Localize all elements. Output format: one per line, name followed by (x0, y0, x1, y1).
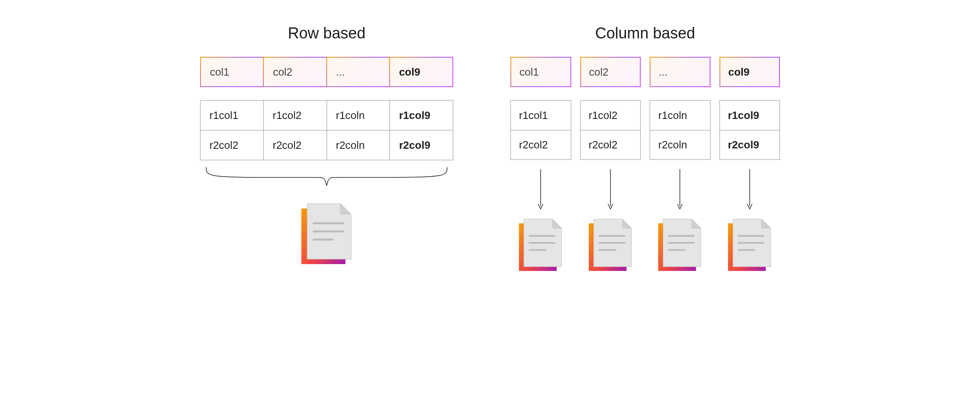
file-icon (725, 217, 774, 276)
row-header-cell: col9 (389, 57, 453, 87)
column-groups: col1 r1col1 r2col2 col2 r1col2 r2col2 (510, 57, 780, 276)
table-row: r2col2 r2col2 r2coln r2col9 (200, 130, 453, 160)
col-data-cell: r2coln (650, 130, 710, 159)
col-data-cell: r2col9 (720, 130, 780, 159)
file-icon (298, 202, 355, 269)
table-cell: r2coln (327, 130, 390, 160)
column-group: col1 r1col1 r2col2 (510, 57, 571, 276)
column-group: col9 r1col9 r2col9 (719, 57, 780, 276)
col-data-block: r1col9 r2col9 (719, 100, 780, 160)
col-data-block: r1coln r2coln (650, 100, 710, 160)
file-icon (586, 217, 635, 276)
row-header-cell: col2 (263, 57, 327, 87)
table-cell: r1col2 (263, 101, 327, 130)
row-data-table: r1col1 r1col2 r1coln r1col9 r2col2 r2col… (200, 100, 453, 160)
file-icon (516, 217, 565, 276)
col-data-cell: r1col1 (511, 101, 571, 130)
col-data-cell: r1col2 (581, 101, 641, 130)
table-cell: r2col9 (390, 130, 453, 160)
brace-icon (200, 165, 453, 190)
row-header-cell: ... (326, 57, 390, 87)
arrow-down-icon (650, 167, 710, 212)
column-group: col2 r1col2 r2col2 (580, 57, 641, 276)
row-section-title: Row based (288, 25, 365, 42)
col-data-cell: r1col9 (720, 101, 780, 130)
col-data-cell: r2col2 (511, 130, 571, 159)
table-cell: r1col1 (200, 101, 263, 130)
row-header-row: col1 col2 ... col9 (200, 57, 453, 87)
col-header-cell: col2 (580, 57, 641, 87)
col-data-cell: r2col2 (581, 130, 641, 159)
row-header-cell: col1 (200, 57, 264, 87)
table-cell: r2col2 (200, 130, 263, 160)
table-cell: r1coln (327, 101, 390, 130)
diagram-canvas: Row based col1 col2 ... col9 r1col1 r1co… (0, 0, 980, 399)
col-data-block: r1col2 r2col2 (580, 100, 641, 160)
col-header-cell: col9 (719, 57, 780, 87)
col-header-cell: ... (650, 57, 710, 87)
col-data-block: r1col1 r2col2 (510, 100, 571, 160)
col-header-cell: col1 (510, 57, 571, 87)
column-group: ... r1coln r2coln (650, 57, 710, 276)
column-based-section: Column based col1 r1col1 r2col2 col2 r1c (510, 25, 780, 276)
table-cell: r2col2 (263, 130, 327, 160)
col-data-cell: r1coln (650, 101, 710, 130)
arrow-down-icon (580, 167, 641, 212)
col-section-title: Column based (595, 25, 695, 42)
table-row: r1col1 r1col2 r1coln r1col9 (200, 101, 453, 130)
file-icon (655, 217, 704, 276)
arrow-down-icon (719, 167, 780, 212)
row-based-section: Row based col1 col2 ... col9 r1col1 r1co… (200, 25, 453, 269)
table-cell: r1col9 (390, 101, 453, 130)
arrow-down-icon (510, 167, 571, 212)
